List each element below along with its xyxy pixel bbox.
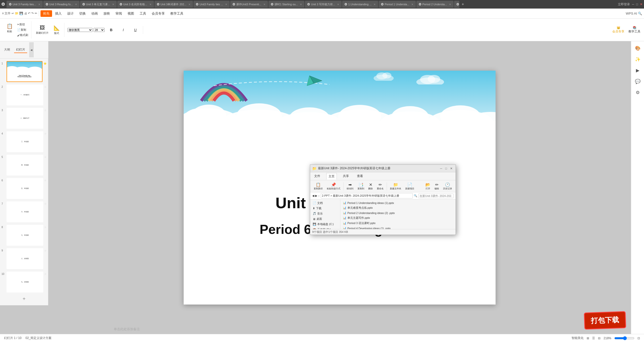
ai-enhance-btn[interactable]: 智能美化 [572,336,584,340]
fe-copy-path-btn[interactable]: 📋 复制路径 [312,182,324,191]
menu-item-会员专享[interactable]: 会员专享 [149,10,167,17]
menu-item-切换[interactable]: 切换 [77,10,88,17]
fe-maximize-btn[interactable]: □ [444,167,448,170]
slide-thumb-10[interactable]: 10 九、改错题 ☆ [1,271,47,293]
download-badge[interactable]: 打包下载 [584,311,626,330]
fe-move-to-btn[interactable]: ➡ 移动到 [345,182,355,191]
tab-tab5[interactable]: 🅦Unit 3单词课件 202...✕ [154,1,193,8]
tab-tab4[interactable]: 🅦Unit 3 名词所有格...✕ [117,1,154,8]
right-panel-btn-3[interactable]: ▶ [633,65,643,75]
fe-sidebar-item-桌面[interactable]: 🖥桌面 [311,216,339,222]
fe-tab-home[interactable]: 主页 [326,173,337,180]
fe-paste-shortcut-btn[interactable]: 📌 粘贴快捷方式 [325,182,342,191]
fe-copy-to-btn[interactable]: 📑 复制到 [356,182,366,191]
view-outline-btn[interactable]: ☰ [592,336,595,340]
format-painter-button[interactable]: 🖌 格式刷 [16,33,29,37]
tab-close-icon[interactable]: ✕ [188,3,190,6]
user-login[interactable]: 立即登录 [618,2,630,7]
fe-file-item[interactable]: 📊Period 3 语法课时.pptx [341,221,455,226]
slide-star-9[interactable]: ☆ [44,248,47,252]
fe-sidebar-item-音乐[interactable]: 🎵音乐 [311,211,339,216]
menu-item-教学工具[interactable]: 教学工具 [168,10,186,17]
new-slide-button[interactable]: 🖼 新建幻灯片 [34,24,50,36]
slide-thumb-2[interactable]: 2 一、单词默写 ☆ [1,84,47,106]
fe-sidebar-item-工作室(D:)[interactable]: 💼工作室 (D:) [311,227,339,229]
menu-item-审阅[interactable]: 审阅 [113,10,125,17]
slide-thumb-7[interactable]: 7 六、单选题 ☆ [1,201,47,223]
panel-toggle[interactable]: ◀ [29,42,34,57]
tab-tab12[interactable]: 🅦Period 2 Understa...✕ [416,1,454,8]
font-bold-button[interactable]: B [106,27,117,33]
close-btn[interactable]: ✕ [640,3,642,6]
font-size-select[interactable]: 28 [94,28,105,32]
slide-star-3[interactable]: ☆ [44,108,47,112]
fe-tab-share[interactable]: 共享 [341,173,351,179]
tab-slides[interactable]: 幻灯片 [14,47,27,53]
fe-file-item[interactable]: 📊Period 1 Understanding ideas (1).pptx [341,200,455,205]
fe-search-input[interactable] [418,194,454,198]
tab-tab6[interactable]: 🅦Unit3 Family ties ...✕ [193,1,230,8]
fit-window-btn[interactable]: ⊡ [637,336,640,340]
tab-tab11[interactable]: 🅦Period 1 Understa...✕ [379,1,416,8]
slide-star-4[interactable]: ☆ [44,131,47,135]
menu-item-动画[interactable]: 动画 [89,10,100,17]
fe-rename-btn[interactable]: ✏ 重命名 [375,182,385,191]
cut-button[interactable]: ✂ 剪切 [16,22,29,27]
tab-tab1[interactable]: 🅦Unit 3 Family ties...✕ [7,1,43,8]
note-hint[interactable]: 单击此处添加备注 [114,327,140,331]
fe-close-btn[interactable]: ✕ [449,167,454,170]
tab-outline[interactable]: 大纲 [2,47,12,53]
slide-thumb-1[interactable]: 1 Unit 3 Family ties Period 6 Presenting… [1,61,47,82]
fe-edit-btn[interactable]: ✏ 编辑 [433,182,440,191]
tab-tab3[interactable]: 🅦Unit 3 单元复习课...✕ [80,1,117,8]
tab-close-icon[interactable]: ✕ [300,3,302,6]
tab-tab10[interactable]: 🅦1.Understanding ...✕ [342,1,378,8]
view-grid-btn[interactable]: ⊟ [598,336,600,340]
slide-thumb-8[interactable]: 8 七、单选题 ☆ [1,224,47,246]
menu-item-插入[interactable]: 插入 [53,10,64,17]
slide-thumb-4[interactable]: 4 三、单选题 ☆ [1,131,47,153]
font-family-select[interactable]: 微软雅黑 [67,28,93,32]
tab-close-icon[interactable]: ✕ [112,3,114,6]
fe-history-btn[interactable]: 🕐 历史记录 [441,182,454,191]
slide-thumb-3[interactable]: 3 二、翻译句子 ☆ [1,107,47,129]
tab-close-icon[interactable]: ✕ [449,3,451,6]
new-tab-button[interactable]: + [460,1,466,7]
fe-forward-btn[interactable]: ▶ [315,194,317,197]
tab-tab8[interactable]: 🅦课时1 Starting ou...✕ [268,1,305,8]
fe-up-btn[interactable]: ↑ [318,194,320,197]
slide-star-10[interactable]: ☆ [44,272,47,275]
fe-file-item[interactable]: 📊Period 4 Developing ideas (1) .pptx [341,226,455,229]
font-underline-button[interactable]: U [130,27,141,33]
slide-thumb-6[interactable]: 6 五、单选题 ☆ [1,178,47,199]
fe-open-btn[interactable]: 📂 打开 [424,182,432,191]
fe-new-folder-btn[interactable]: 📁 新建文件夹 [388,182,403,191]
fe-sidebar-item-文档[interactable]: 📄文档 [311,200,339,206]
slide-star-5[interactable]: ☆ [44,155,47,158]
fe-file-item[interactable]: 📊单元难度考点练.pptx [341,205,455,210]
fe-sidebar-item-下载[interactable]: ⬇下载 [311,206,339,211]
tab-tab7[interactable]: 🅦课件Unit3 Presenti...✕ [230,1,268,8]
fe-sidebar-item-本地磁盘(C:)[interactable]: 💾本地磁盘 (C:) [311,222,339,227]
tab-tab2[interactable]: 🅦Unit 3 Reading fo...✕ [43,1,79,8]
menu-item-放映[interactable]: 放映 [101,10,112,17]
slide-star-6[interactable]: ☆ [44,178,47,182]
tab-tab13[interactable]: 🅦Starting out.pptx✕ [454,1,459,8]
menu-item-工具[interactable]: 工具 [137,10,149,17]
fe-file-item[interactable]: 📊单元主题写作.pptx [341,215,455,221]
tab-close-icon[interactable]: ✕ [411,3,413,6]
slide-star-1[interactable]: ⭐ [44,61,47,65]
zoom-slider[interactable] [614,336,634,340]
tab-close-icon[interactable]: ✕ [75,3,77,6]
teaching-tools-button[interactable]: 📚 教学工具 [627,25,642,35]
view-normal-btn[interactable]: ⊞ [587,336,589,340]
paste-button[interactable]: 📋 粘贴 [4,22,15,34]
wps-ai-btn[interactable]: WPS AI 🔍 [626,12,642,15]
right-panel-btn-2[interactable]: ✨ [633,54,643,64]
font-italic-button[interactable]: I [118,27,129,33]
tab-tab9[interactable]: 🅦Unit 3 写作能力班...✕ [305,1,342,8]
fe-minimize-btn[interactable]: ─ [439,167,443,170]
fe-new-item-btn[interactable]: 📄 新建项目 [404,182,416,191]
menu-item-设计[interactable]: 设计 [65,10,76,17]
tab-close-icon[interactable]: ✕ [337,3,339,6]
